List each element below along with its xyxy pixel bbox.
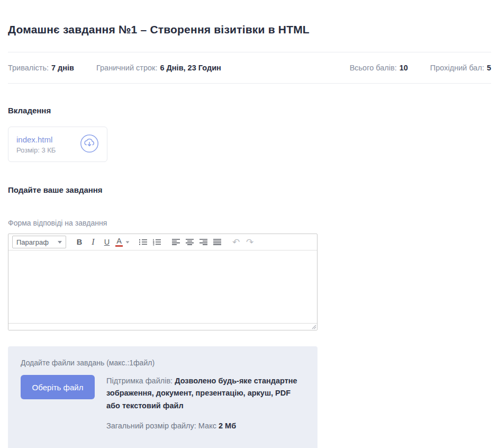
divider <box>8 83 491 84</box>
chevron-down-icon <box>126 241 130 243</box>
choose-file-button[interactable]: Оберіть файл <box>21 375 95 399</box>
meta-deadline-value: 6 Днів, 23 Годин <box>160 64 221 72</box>
numbered-list-button[interactable] <box>150 236 164 248</box>
undo-icon: ↶ <box>232 237 240 247</box>
redo-button[interactable]: ↷ <box>243 236 257 248</box>
meta-total-points-value: 10 <box>400 64 408 72</box>
meta-passing-score-value: 5 <box>487 64 491 72</box>
undo-button[interactable]: ↶ <box>229 236 243 248</box>
attachment-file-card[interactable]: index.html Розмір: 3 КБ <box>8 127 107 162</box>
bullet-list-icon <box>139 238 148 246</box>
align-right-button[interactable] <box>196 236 210 248</box>
attachment-file-size: Розмір: 3 КБ <box>16 146 56 154</box>
bold-button[interactable]: B <box>72 236 86 248</box>
align-right-icon <box>199 238 208 246</box>
response-form-label: Форма відповіді на завдання <box>8 219 491 227</box>
redo-icon: ↷ <box>246 237 253 247</box>
editor-toolbar: Параграф B I U A <box>8 234 317 250</box>
underline-icon: U <box>104 238 110 246</box>
italic-button[interactable]: I <box>86 236 100 248</box>
attachment-file-name[interactable]: index.html <box>16 135 56 144</box>
italic-icon: I <box>92 237 94 247</box>
assignment-meta-row: Тривалість:7 днів Граничний строк:6 Днів… <box>8 52 491 83</box>
upload-support-line: Підтримка файлів: Дозволено будь-яке ста… <box>106 375 302 412</box>
editor-content-area[interactable] <box>8 250 317 323</box>
assignment-page: Домашнє завдання №1 – Створення візитівк… <box>0 0 499 448</box>
align-center-icon <box>185 238 194 246</box>
meta-total-points: Всього балів:10 <box>350 64 408 72</box>
meta-passing-score: Прохідний бал:5 <box>430 64 491 72</box>
upload-note: Додайте файли завдань (макс.:1файл) <box>21 359 302 367</box>
attachment-file-info: index.html Розмір: 3 КБ <box>16 135 56 154</box>
download-file-button[interactable] <box>80 134 99 155</box>
underline-button[interactable]: U <box>100 236 114 248</box>
meta-deadline-label: Граничний строк: <box>96 64 157 72</box>
meta-duration-label: Тривалість: <box>8 64 49 72</box>
meta-deadline: Граничний строк:6 Днів, 23 Годин <box>96 64 221 72</box>
upload-info: Підтримка файлів: Дозволено будь-яке ста… <box>106 375 302 433</box>
page-title: Домашнє завдання №1 – Створення візитівк… <box>8 23 491 36</box>
upload-size-line: Загальний розмір файлу: Макс 2 Мб <box>106 420 302 432</box>
upload-size-value: 2 Мб <box>219 422 236 430</box>
numbered-list-icon <box>152 238 161 246</box>
paragraph-format-value: Параграф <box>16 238 49 246</box>
align-center-button[interactable] <box>183 236 196 248</box>
align-left-icon <box>171 238 180 246</box>
paragraph-format-select[interactable]: Параграф <box>12 236 66 248</box>
upload-size-label: Загальний розмір файлу: Макс <box>106 422 216 430</box>
upload-panel: Додайте файли завдань (макс.:1файл) Обер… <box>8 346 317 448</box>
text-color-control: A <box>114 236 131 248</box>
cloud-download-icon <box>80 134 99 155</box>
text-color-icon: A <box>115 237 123 247</box>
rich-text-editor: Параграф B I U A <box>8 234 317 330</box>
text-color-button[interactable]: A <box>114 236 124 248</box>
justify-button[interactable] <box>210 236 224 248</box>
align-left-button[interactable] <box>169 236 183 248</box>
resize-grip-icon[interactable] <box>311 324 316 329</box>
bold-icon: B <box>77 238 82 246</box>
submission-heading: Подайте ваше завдання <box>8 185 491 194</box>
upload-row: Оберіть файл Підтримка файлів: Дозволено… <box>21 375 302 433</box>
attachments-heading: Вкладення <box>8 106 491 115</box>
editor-statusbar <box>8 323 317 330</box>
chevron-down-icon <box>58 241 62 244</box>
meta-duration-value: 7 днів <box>51 64 74 72</box>
meta-duration: Тривалість:7 днів <box>8 64 74 72</box>
text-color-caret-button[interactable] <box>124 236 131 248</box>
meta-total-points-label: Всього балів: <box>350 64 397 72</box>
meta-passing-score-label: Прохідний бал: <box>430 64 484 72</box>
justify-icon <box>213 238 222 246</box>
bullet-list-button[interactable] <box>136 236 150 248</box>
upload-support-label: Підтримка файлів: <box>106 377 173 385</box>
